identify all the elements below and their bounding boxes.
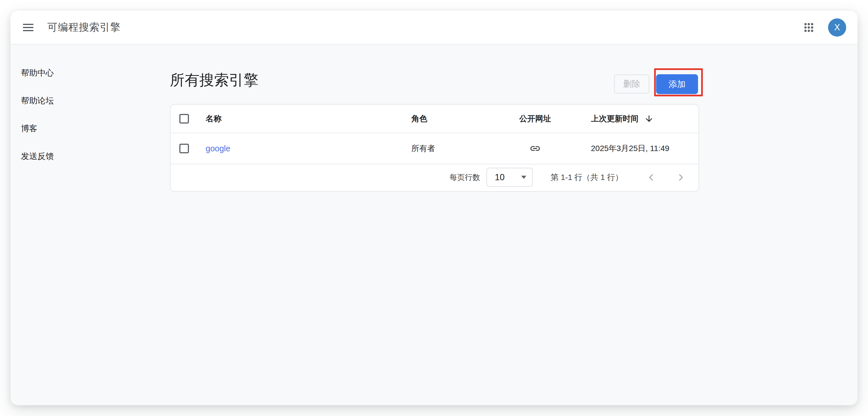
table-row: google 所有者 2025年3月25日, 11:49 — [170, 133, 699, 165]
column-header-public-url: 公开网址 — [502, 113, 568, 124]
app-title: 可编程搜索引擎 — [47, 21, 121, 34]
search-engines-table: 名称 角色 公开网址 上次更新时间 google — [170, 104, 699, 192]
pagination-range-text: 第 1-1 行（共 1 行） — [551, 172, 623, 183]
add-button[interactable]: 添加 — [656, 74, 698, 94]
chevron-left-icon — [646, 172, 657, 183]
chevron-right-icon — [675, 172, 686, 183]
pagination-bar: 每页行数 10 第 1-1 行（共 1 行） — [170, 165, 699, 190]
sidebar-item-send-feedback[interactable]: 发送反馈 — [21, 143, 142, 170]
engine-role: 所有者 — [403, 143, 502, 154]
delete-button[interactable]: 删除 — [614, 75, 649, 93]
engine-last-updated: 2025年3月25日, 11:49 — [568, 143, 699, 154]
select-all-checkbox[interactable] — [179, 114, 189, 124]
sidebar-item-help-forum[interactable]: 帮助论坛 — [21, 87, 142, 115]
main-content: 所有搜索引擎 删除 添加 名称 角色 公开网址 上次更新时间 — [170, 45, 858, 405]
sidebar: 帮助中心 帮助论坛 博客 发送反馈 — [21, 59, 142, 170]
rows-per-page-select[interactable]: 10 — [487, 168, 533, 187]
app-window: 可编程搜索引擎 X 帮助中心 帮助论坛 博客 发送反馈 所有搜索引擎 删除 添加 — [10, 11, 858, 405]
sidebar-item-help-center[interactable]: 帮助中心 — [21, 59, 142, 87]
column-header-name: 名称 — [198, 113, 403, 124]
row-checkbox[interactable] — [179, 144, 189, 153]
previous-page-button[interactable] — [643, 169, 660, 186]
rows-per-page-value: 10 — [495, 172, 504, 182]
avatar[interactable]: X — [828, 19, 846, 36]
column-header-role: 角色 — [403, 113, 502, 124]
rows-per-page-label: 每页行数 — [450, 172, 480, 182]
sidebar-item-blog[interactable]: 博客 — [21, 115, 142, 143]
apps-grid-icon[interactable] — [801, 20, 816, 35]
engine-name-link[interactable]: google — [206, 144, 230, 153]
chevron-down-icon — [521, 176, 526, 179]
table-header-row: 名称 角色 公开网址 上次更新时间 — [170, 105, 699, 133]
public-url-link-icon[interactable] — [529, 143, 541, 154]
app-bar: 可编程搜索引擎 X — [10, 11, 858, 44]
sort-descending-icon — [644, 114, 654, 124]
column-header-last-updated[interactable]: 上次更新时间 — [568, 113, 699, 124]
next-page-button[interactable] — [672, 169, 689, 186]
hamburger-menu-icon[interactable] — [23, 21, 35, 34]
page-title: 所有搜索引擎 — [170, 71, 258, 88]
